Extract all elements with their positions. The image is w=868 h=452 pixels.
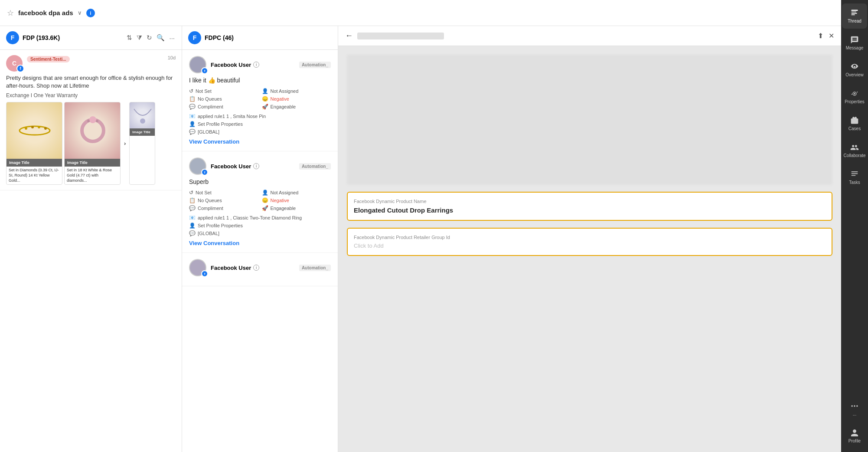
star-button[interactable]: ☆ — [7, 8, 14, 18]
sentiment-1: Negative — [271, 198, 289, 203]
product-label-0: Image Title — [7, 159, 62, 167]
product-desc-0: Set in Diamonds (0.39 Ct, IJ-SI, Round) … — [7, 167, 62, 184]
svg-point-5 — [854, 93, 855, 94]
comment-user-0: Facebook User — [211, 62, 251, 68]
automation-badge-2: Automation_ — [299, 265, 331, 271]
no-queues-0: No Queues — [198, 96, 222, 102]
detail-blurred-content — [347, 55, 832, 185]
comment-global-0: 💬 [GLOBAL] — [189, 129, 331, 135]
back-button[interactable]: ← — [345, 31, 353, 40]
fdpc-header: F FDPC (46) — [182, 26, 338, 50]
necklace-svg — [132, 105, 153, 126]
message-icon — [850, 36, 859, 44]
dropdown-arrow-icon[interactable]: ∨ — [78, 10, 82, 16]
product-name-panel: Facebook Dynamic Product Name Elongated … — [347, 192, 832, 221]
view-conversation-0[interactable]: View Conversation — [189, 138, 239, 145]
svg-point-11 — [856, 405, 858, 406]
sidebar-item-cases[interactable]: Cases — [842, 111, 867, 136]
comment-meta-0: ↺Not Set 👤Not Assigned 📋No Queues 😞Negat… — [189, 88, 331, 110]
automation-badge-1: Automation_ — [299, 163, 331, 170]
not-assigned-0: Not Assigned — [271, 88, 299, 94]
more-options-button[interactable]: ··· — [168, 33, 176, 43]
sidebar-item-thread-label: Thread — [848, 19, 861, 23]
main-content: F FDP (193.6K) ⇅ ⧩ ↻ 🔍 ··· C f — [0, 26, 841, 452]
feed-text: Pretty designs that are smart enough for… — [6, 74, 176, 90]
product-desc-1: Set in 18 Kt White & Rose Gold (4.77 ct)… — [65, 167, 120, 184]
info-icon[interactable]: i — [86, 9, 95, 17]
svg-point-19 — [87, 120, 90, 122]
sort-button[interactable]: ⇅ — [126, 33, 133, 43]
sidebar-item-tasks[interactable]: Tasks — [842, 165, 867, 190]
refresh-button[interactable]: ↻ — [146, 33, 153, 43]
comment-user-2: Facebook User — [211, 265, 251, 271]
carousel-next-btn[interactable]: › — [122, 102, 127, 185]
overview-icon — [850, 62, 859, 71]
sidebar-item-properties[interactable]: Properties — [842, 84, 867, 109]
comment-info-1[interactable]: i — [253, 163, 259, 169]
feed-warranty-label: Exchange I One Year Warranty — [6, 92, 176, 98]
product-card-partial: Image Title — [129, 102, 155, 185]
sentiment-0: Negative — [271, 96, 289, 102]
page-title: facebook dpa ads — [18, 9, 73, 16]
sidebar-item-cases-label: Cases — [848, 126, 861, 131]
fdp-scroll: C f Sentiment-Testi... 10d Pretty design… — [0, 50, 182, 452]
detail-header-actions: ⬆ ✕ — [818, 32, 834, 40]
svg-point-4 — [854, 66, 855, 68]
cases-icon — [850, 116, 859, 125]
engageable-1: Engageable — [271, 206, 296, 211]
comment-avatar-0: f — [189, 56, 206, 73]
sidebar-item-more[interactable]: ... — [842, 396, 867, 422]
avatar-fb-sub: f — [16, 65, 24, 72]
detail-title-area — [357, 33, 813, 39]
thread-icon — [850, 9, 859, 17]
no-queues-1: No Queues — [198, 198, 222, 203]
comment-user-1: Facebook User — [211, 163, 251, 170]
profile-icon — [850, 429, 859, 437]
sidebar-item-thread[interactable]: Thread — [842, 3, 867, 29]
comment-global-1: 💬 [GLOBAL] — [189, 230, 331, 236]
sentiment-badge: Sentiment-Testi... — [27, 56, 70, 62]
comment-info-2[interactable]: i — [253, 265, 259, 271]
sidebar-item-properties-label: Properties — [845, 99, 865, 104]
product-label-partial: Image Title — [130, 128, 155, 136]
view-conversation-1[interactable]: View Conversation — [189, 240, 239, 246]
product-name-value[interactable]: Elongated Cutout Drop Earrings — [354, 206, 826, 214]
fdpc-title: FDPC (46) — [205, 34, 332, 41]
comment-item-1: f Facebook User i Automation_ Superb ↺No… — [182, 151, 338, 253]
product-img-0 — [7, 102, 62, 159]
svg-rect-3 — [852, 14, 855, 15]
sidebar-item-tasks-label: Tasks — [849, 180, 860, 185]
comment-avatar-1: f — [189, 157, 206, 175]
fdp-fb-badge: F — [6, 31, 19, 44]
filter-button[interactable]: ⧩ — [136, 33, 143, 43]
sidebar-item-profile[interactable]: Profile — [842, 423, 867, 449]
properties-icon — [850, 89, 859, 98]
comment-text-0: I like it 👍 beautiful — [189, 77, 331, 84]
share-button[interactable]: ⬆ — [818, 32, 823, 40]
svg-rect-7 — [852, 174, 858, 174]
comment-info-0[interactable]: i — [253, 62, 259, 68]
svg-point-13 — [25, 127, 27, 130]
close-button[interactable]: ✕ — [829, 32, 834, 40]
sidebar-item-collaborate[interactable]: Collaborate — [842, 138, 867, 163]
automation-badge-0: Automation_ — [299, 62, 331, 68]
fdp-title: FDP (193.6K) — [23, 34, 122, 41]
product-img-partial — [130, 102, 155, 128]
product-card-1: Image Title Set in 18 Kt White & Rose Go… — [64, 102, 121, 185]
retailer-group-label: Facebook Dynamic Product Retailer Group … — [354, 235, 826, 240]
svg-point-18 — [89, 116, 96, 123]
svg-rect-8 — [852, 175, 856, 176]
search-button[interactable]: 🔍 — [156, 33, 166, 43]
svg-point-20 — [96, 120, 98, 122]
detail-header: ← ⬆ ✕ — [338, 26, 841, 46]
ring-svg — [75, 113, 110, 148]
sidebar-item-overview[interactable]: Overview — [842, 57, 867, 82]
engageable-0: Engageable — [271, 104, 296, 109]
feed-time: 10d — [168, 55, 176, 60]
svg-point-10 — [854, 405, 855, 406]
svg-point-15 — [38, 126, 40, 128]
comment-action-1: 👤 Set Profile Properties — [189, 223, 331, 229]
svg-rect-0 — [852, 10, 858, 11]
retailer-group-placeholder[interactable]: Click to Add — [354, 242, 826, 249]
sidebar-item-message[interactable]: Message — [842, 30, 867, 56]
